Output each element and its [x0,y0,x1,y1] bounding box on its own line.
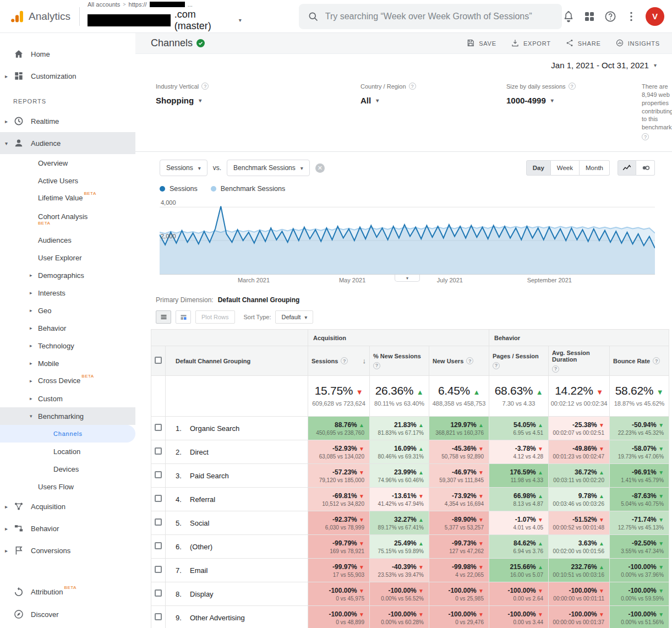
table-row: 6.(Other)-99.79% ▼169 vs 78,92125.49% ▲7… [151,535,669,559]
arrow-down-icon: ▼ [658,422,664,428]
granularity-month[interactable]: Month [580,160,610,176]
help-icon[interactable] [493,362,500,369]
account-selector[interactable]: All accounts > https:// ... .com (master… [88,1,242,32]
sidebar-item-realtime[interactable]: ▸Realtime [0,110,135,132]
share-button[interactable]: SHARE [565,39,601,48]
row-checkbox[interactable] [155,518,162,526]
metric-cell: -50.94% ▼22.23% vs 45.32% [610,417,669,440]
row-checkbox[interactable] [155,447,162,455]
chevron-right-icon: ▸ [30,361,32,366]
summary-cell: 14.22% ▼00:02:12 vs 00:02:34 [549,376,610,417]
sidebar-item-customization[interactable]: ▸Customization [0,65,135,87]
pivot-view-button[interactable] [176,310,191,324]
help-icon[interactable] [409,83,416,90]
sidebar-item-devices[interactable]: Devices [0,460,135,478]
sidebar-item-interests[interactable]: ▸Interests [0,284,135,302]
col-pages-session[interactable]: Pages / Session [489,346,549,376]
avatar[interactable]: V [646,7,664,26]
insights-button[interactable]: INSIGHTS [615,39,660,48]
help-icon[interactable] [569,83,576,90]
primary-dimension-value[interactable]: Default Channel Grouping [218,296,300,304]
metric-selector-comparison[interactable]: Benchmark Sessions ▾ [227,160,310,176]
sidebar-item-geo[interactable]: ▸Geo [0,302,135,319]
row-checkbox[interactable] [155,589,162,597]
sidebar-item-attribution[interactable]: AttributionBETA [0,581,135,603]
select-all-checkbox[interactable] [155,357,162,364]
export-button[interactable]: EXPORT [511,39,551,48]
sidebar-item-benchmarking[interactable]: ▾Benchmarking [0,407,135,425]
arrow-down-icon: ▼ [359,517,364,523]
search-bar[interactable] [299,4,562,29]
column-header-row: Default Channel Grouping Sessions↓ % New… [151,346,669,376]
help-icon[interactable] [653,357,660,364]
col-new-users[interactable]: New Users [429,346,489,376]
row-checkbox[interactable] [155,542,162,549]
row-checkbox[interactable] [155,424,162,431]
granularity-day[interactable]: Day [526,160,551,176]
sidebar-item-cross-device[interactable]: ▸Cross DeviceBETA [0,372,135,390]
sidebar-item-location[interactable]: Location [0,443,135,460]
pivot-view-icon [179,313,188,321]
remove-comparison-icon[interactable]: ✕ [315,163,325,173]
sidebar-item-admin[interactable]: Admin [0,625,135,628]
metric-selector-primary[interactable]: Sessions ▾ [160,160,207,176]
help-icon[interactable] [341,357,348,364]
granularity-toggle: DayWeekMonth [526,160,610,176]
dropdown-value[interactable]: All▾ [360,96,506,105]
sidebar-item-demographics[interactable]: ▸Demographics [0,266,135,284]
sidebar-item-active-users[interactable]: Active Users [0,172,135,189]
sidebar-item-channels[interactable]: Channels [0,425,135,443]
row-checkbox[interactable] [155,566,162,573]
chevron-right-icon: ▸ [5,504,8,510]
sidebar-item-audiences[interactable]: Audiences [0,231,135,249]
sort-type-dropdown[interactable]: Default ▾ [275,310,313,324]
table-view-button[interactable] [156,310,171,324]
col-new-sessions[interactable]: % New Sessions [370,346,429,376]
sidebar-item-acquisition[interactable]: ▸Acquisition [0,495,135,517]
plot-rows-button[interactable]: Plot Rows [195,310,235,324]
apps-grid-icon[interactable] [583,10,596,23]
save-button[interactable]: SAVE [466,39,496,48]
sidebar-item-discover[interactable]: Discover [0,603,135,625]
chart-expander[interactable]: ▾ [395,275,420,282]
sidebar-item-user-explorer[interactable]: User Explorer [0,249,135,266]
help-icon[interactable] [466,357,473,364]
sidebar-item-users-flow[interactable]: Users Flow [0,478,135,495]
sidebar-item-lifetime-value[interactable]: Lifetime ValueBETA [0,189,135,207]
line-chart-toggle[interactable] [618,160,636,176]
help-icon[interactable] [552,365,559,373]
sidebar-item-label: Audiences [38,236,72,244]
date-range-picker[interactable]: Jan 1, 2021 - Oct 31, 2021 ▾ [551,61,657,70]
dimension-header[interactable]: Default Channel Grouping [166,346,308,376]
sidebar-item-conversions[interactable]: ▸Conversions [0,539,135,561]
granularity-week[interactable]: Week [551,160,580,176]
sidebar-item-behavior[interactable]: ▸Behavior [0,517,135,539]
help-icon[interactable] [642,133,649,140]
help-icon[interactable] [373,362,380,369]
arrow-down-icon: ▼ [478,564,484,570]
notifications-bell-icon[interactable] [562,10,575,23]
row-checkbox[interactable] [155,471,162,478]
sidebar-item-audience[interactable]: ▾Audience [0,132,135,154]
sidebar-item-overview[interactable]: Overview [0,154,135,172]
col-bounce-rate[interactable]: Bounce Rate [610,346,669,376]
more-menu-icon[interactable] [625,10,638,23]
comparison-chart-toggle[interactable] [636,160,655,176]
sidebar-item-mobile[interactable]: ▸Mobile [0,354,135,372]
col-avg-duration[interactable]: Avg. Session Duration [549,346,610,376]
dropdown-value[interactable]: Shopping▾ [156,96,360,105]
row-checkbox[interactable] [155,613,162,620]
sidebar-item-behavior[interactable]: ▸Behavior [0,319,135,337]
sidebar-item-technology[interactable]: ▸Technology [0,337,135,354]
analytics-logo[interactable]: Analytics [0,9,77,24]
sidebar-item-cohort-analysis[interactable]: Cohort AnalysisBETA [0,207,135,231]
row-checkbox[interactable] [155,495,162,502]
help-icon[interactable] [604,10,617,23]
help-icon[interactable] [201,83,209,90]
col-sessions[interactable]: Sessions↓ [308,346,370,376]
arrow-up-icon: ▲ [418,540,424,547]
sidebar-item-custom[interactable]: ▸Custom [0,390,135,407]
search-input[interactable] [325,12,553,21]
dropdown-value[interactable]: 1000-4999▾ [506,96,642,105]
sidebar-item-home[interactable]: Home [0,43,135,65]
